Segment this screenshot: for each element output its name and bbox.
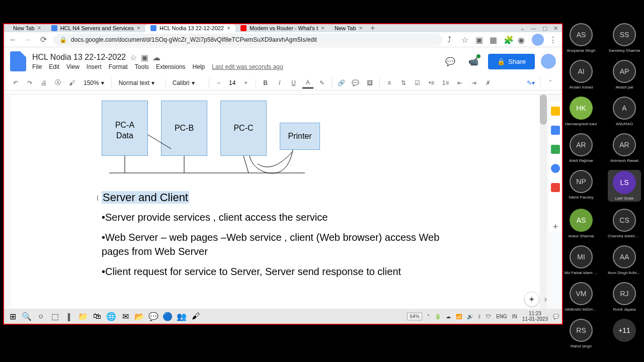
participant-item[interactable]: CSChandra shekhar...	[608, 209, 641, 238]
participant-item[interactable]: MIMd Faisal islam (...	[565, 245, 598, 275]
collapse-toolbar-button[interactable]: ˄	[545, 77, 556, 88]
participant-item[interactable]: RSRahul singh	[565, 319, 598, 348]
participant-item[interactable]: ASAnupama Singh	[565, 23, 598, 53]
reload-button[interactable]: ⟳	[38, 35, 48, 45]
menu-extensions[interactable]: Extensions	[156, 63, 186, 70]
bullet-list-button[interactable]: •≡	[426, 77, 437, 88]
move-icon[interactable]: ▣	[141, 53, 148, 62]
security-icon[interactable]: 🛡	[486, 314, 491, 319]
participant-item[interactable]: NPNikhil Pandey	[565, 170, 598, 202]
contacts-icon[interactable]	[551, 164, 560, 173]
participant-item[interactable]: LSLatif Shaik	[608, 170, 641, 202]
close-icon[interactable]: ×	[359, 25, 363, 32]
font-size-input[interactable]: 14	[227, 79, 237, 86]
onedrive-icon[interactable]: ☁	[446, 314, 451, 319]
participant-item[interactable]: APAkash pal	[608, 60, 641, 89]
calendar-icon[interactable]	[551, 126, 560, 135]
participant-item[interactable]: ASAnkur Sharma	[565, 209, 598, 238]
participant-item[interactable]: AIArslan Irshad	[565, 60, 598, 89]
menu-view[interactable]: View	[66, 63, 79, 70]
clock[interactable]: 11:23 11-01-2023	[522, 311, 548, 322]
indent-decrease-button[interactable]: ⇤	[454, 77, 465, 88]
participant-item[interactable]: +11	[608, 319, 641, 348]
battery-level[interactable]: 64%	[407, 313, 422, 320]
docs-logo-icon[interactable]	[10, 51, 26, 71]
lang-indicator[interactable]: ENG	[496, 314, 507, 319]
font-size-decrease[interactable]: −	[213, 77, 224, 88]
url-input[interactable]: 🔒 docs.google.com/document/d/1SOq-gWcZr_…	[53, 34, 442, 46]
font-select[interactable]: Calibri▾	[170, 79, 205, 86]
participant-item[interactable]: HKHarmanpreet kaur	[565, 97, 598, 126]
participant-item[interactable]: ARAnimesh Rawat	[608, 133, 641, 163]
star-icon[interactable]: ☆	[461, 35, 470, 44]
app-mail[interactable]: ✉	[120, 311, 131, 322]
app-edge[interactable]: 🌐	[106, 311, 117, 322]
comment-button[interactable]: 💬	[350, 77, 361, 88]
zoom-select[interactable]: 150%▾	[80, 79, 107, 86]
indent-increase-button[interactable]: ⇥	[468, 77, 479, 88]
volume-icon[interactable]: 🔊	[467, 314, 473, 319]
participant-item[interactable]: AANURAG	[608, 97, 641, 126]
close-icon[interactable]: ×	[38, 25, 41, 32]
profile-avatar[interactable]	[532, 34, 544, 46]
tab-hcl-n4[interactable]: HCL N4 Servers and Services×	[46, 24, 145, 32]
star-icon[interactable]: ☆	[130, 53, 137, 62]
chevron-down-icon[interactable]: ⌄	[520, 25, 525, 32]
keep-icon[interactable]	[551, 107, 560, 116]
scrollbar[interactable]	[540, 95, 547, 311]
participant-item[interactable]: RJRohit Jayara	[608, 282, 641, 312]
ruler[interactable]	[4, 90, 562, 95]
link-button[interactable]: 🔗	[336, 77, 347, 88]
undo-button[interactable]: ↶	[10, 77, 21, 88]
extensions-icon[interactable]: 🧩	[504, 35, 513, 44]
app-paint[interactable]: 🖌	[190, 311, 201, 322]
search-button[interactable]: 🔍	[21, 311, 32, 322]
style-select[interactable]: Normal text▾	[116, 79, 161, 86]
print-button[interactable]: 🖨	[38, 77, 49, 88]
menu-tools[interactable]: Tools	[135, 63, 149, 70]
addon-icon[interactable]: ◉	[518, 35, 527, 44]
app-whatsapp[interactable]: 💬	[148, 311, 159, 322]
share-icon[interactable]: ⤴	[447, 35, 456, 44]
share-button[interactable]: 🔒 Share	[488, 54, 535, 69]
number-list-button[interactable]: 1≡	[440, 77, 451, 88]
app-chrome[interactable]: 🔵	[162, 311, 173, 322]
font-size-increase[interactable]: +	[240, 77, 252, 88]
participant-item[interactable]: VMVAIBHAV MISHRA	[565, 282, 598, 312]
editing-mode-button[interactable]: ✎▾	[525, 77, 536, 88]
wifi-icon[interactable]: 📶	[456, 314, 462, 319]
spellcheck-button[interactable]: Ⓐ	[52, 77, 63, 88]
tab-hcl-nodia[interactable]: HCL Nodia 13 22-12-2022×	[145, 24, 235, 32]
close-icon[interactable]: ×	[137, 25, 140, 32]
tab-new-tab-2[interactable]: New Tab×	[330, 24, 368, 32]
app-filemanager[interactable]: 📁	[77, 311, 89, 322]
maps-icon[interactable]	[551, 183, 560, 192]
participant-item[interactable]: SSSandeep Sharma	[608, 23, 641, 53]
bluetooth-icon[interactable]: ᛒ	[478, 314, 481, 319]
menu-file[interactable]: File	[32, 63, 42, 70]
image-button[interactable]: 🖼	[364, 77, 375, 88]
forward-button[interactable]: →	[23, 35, 33, 45]
align-button[interactable]: ≡	[384, 77, 395, 88]
maximize-icon[interactable]: ▢	[542, 25, 547, 32]
close-icon[interactable]: ✕	[553, 25, 558, 32]
clear-format-button[interactable]: ✗	[482, 77, 494, 88]
tab-new-tab-1[interactable]: New Tab×	[8, 24, 46, 32]
tasks-icon[interactable]	[551, 145, 560, 154]
close-icon[interactable]: ×	[321, 25, 325, 32]
menu-insert[interactable]: Insert	[87, 63, 102, 70]
document-page[interactable]: PC-A Data PC-B PC-C Printer I Server and…	[11, 95, 539, 311]
checklist-button[interactable]: ☑	[412, 77, 423, 88]
battery-icon[interactable]: 🔋	[435, 314, 441, 319]
bold-button[interactable]: B	[260, 77, 271, 88]
tab-modem-router[interactable]: Modem vs Router - What's t×	[235, 24, 330, 32]
app-teams[interactable]: 👥	[176, 311, 187, 322]
redo-button[interactable]: ↷	[24, 77, 35, 88]
notifications-icon[interactable]: 💬	[553, 314, 559, 319]
back-button[interactable]: ←	[8, 35, 18, 45]
add-addon-icon[interactable]: +	[551, 222, 560, 231]
line-spacing-button[interactable]: ⇅	[398, 77, 409, 88]
italic-button[interactable]: I	[274, 77, 285, 88]
close-icon[interactable]: ×	[227, 25, 230, 32]
menu-icon[interactable]: ⋮	[549, 35, 558, 44]
